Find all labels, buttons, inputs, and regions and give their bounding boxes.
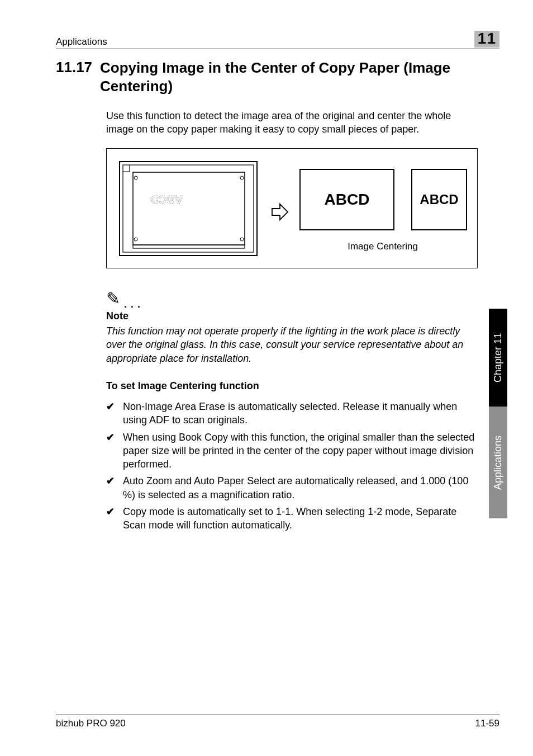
svg-point-6 (240, 176, 244, 179)
figure: ABCD ABCD ABCD Image Centering (106, 148, 478, 268)
svg-rect-3 (133, 172, 245, 245)
footer-left: bizhub PRO 920 (56, 718, 126, 729)
side-tab-section-label: Applications (492, 435, 504, 489)
list-item-text: Auto Zoom and Auto Paper Select are auto… (123, 474, 480, 502)
checkmark-icon: ✔ (106, 505, 116, 532)
checkmark-icon: ✔ (106, 400, 116, 427)
side-tab-chapter-label: Chapter 11 (492, 333, 504, 382)
page-footer: bizhub PRO 920 11-59 (56, 715, 499, 729)
section-number: 11.17 (56, 59, 92, 95)
svg-point-4 (134, 176, 137, 179)
note-icon: ✎ (106, 289, 120, 308)
page-header: Applications 11 (56, 31, 499, 49)
svg-point-7 (240, 238, 244, 241)
note-heading: Note (106, 310, 129, 322)
list-item-text: When using Book Copy with this function,… (123, 431, 480, 471)
side-tab-section: Applications (489, 407, 507, 518)
scanner-diagram: ABCD (119, 161, 258, 256)
svg-text:ABCD: ABCD (150, 193, 183, 206)
intro-paragraph: Use this function to detect the image ar… (106, 109, 480, 136)
list-item: ✔ When using Book Copy with this functio… (106, 431, 480, 471)
note-body: This function may not operate properly i… (106, 324, 480, 365)
list-item: ✔ Non-Image Area Erase is automatically … (106, 400, 480, 427)
figure-output-large: ABCD (299, 169, 394, 230)
side-tab-chapter: Chapter 11 (489, 309, 507, 407)
section-heading: 11.17 Copying Image in the Center of Cop… (56, 59, 480, 95)
arrow-icon (270, 202, 290, 222)
list-item: ✔ Copy mode is automatically set to 1-1.… (106, 505, 480, 532)
procedure-list: ✔ Non-Image Area Erase is automatically … (106, 400, 480, 536)
procedure-heading: To set Image Centering function (106, 380, 259, 392)
figure-caption: Image Centering (299, 241, 466, 252)
list-item-text: Non-Image Area Erase is automatically se… (123, 400, 480, 427)
chapter-badge: 11 (474, 31, 499, 48)
svg-point-5 (134, 238, 137, 241)
svg-rect-0 (120, 162, 257, 256)
list-item-text: Copy mode is automatically set to 1-1. W… (123, 505, 480, 532)
note-dots-icon: . . . (124, 299, 141, 310)
checkmark-icon: ✔ (106, 431, 116, 471)
svg-rect-1 (123, 165, 254, 252)
header-section-name: Applications (56, 36, 107, 48)
list-item: ✔ Auto Zoom and Auto Paper Select are au… (106, 474, 480, 502)
footer-right: 11-59 (475, 718, 499, 729)
figure-output-small: ABCD (411, 169, 467, 230)
section-title: Copying Image in the Center of Copy Pape… (100, 59, 480, 95)
svg-rect-2 (133, 245, 245, 248)
checkmark-icon: ✔ (106, 474, 116, 502)
